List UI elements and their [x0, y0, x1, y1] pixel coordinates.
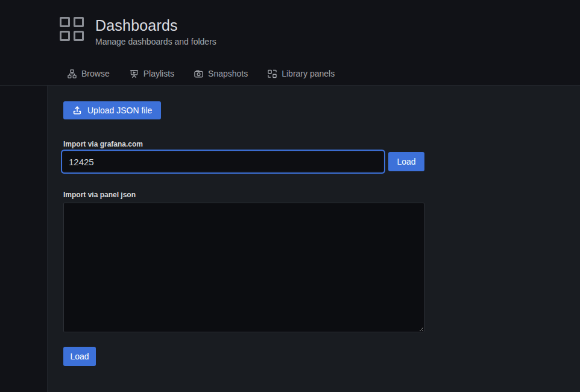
tab-bar: Browse Playlists Snapshots [0, 62, 580, 86]
gcom-field-label: Import via grafana.com [63, 140, 564, 148]
header-text: Dashboards Manage dashboards and folders [95, 16, 216, 46]
panel-json-load-button[interactable]: Load [63, 347, 96, 366]
tab-browse[interactable]: Browse [68, 69, 110, 78]
panel-json-textarea[interactable] [63, 203, 424, 332]
upload-json-file-button[interactable]: Upload JSON file [63, 101, 161, 119]
page-header: Dashboards Manage dashboards and folders [60, 16, 216, 46]
gcom-id-input[interactable] [63, 152, 383, 171]
tab-snapshots[interactable]: Snapshots [194, 69, 248, 78]
import-content-panel: Upload JSON file Import via grafana.com … [47, 86, 580, 392]
tab-playlists[interactable]: Playlists [130, 69, 174, 78]
page-subtitle: Manage dashboards and folders [95, 37, 216, 46]
upload-icon [72, 106, 82, 115]
library-panels-icon [268, 69, 277, 78]
tab-library-panels[interactable]: Library panels [268, 69, 335, 78]
tab-label: Browse [81, 69, 110, 78]
dashboards-grid-icon [60, 17, 84, 41]
page-title: Dashboards [95, 16, 216, 34]
gcom-input-row: Load [63, 152, 564, 171]
sitemap-icon [68, 69, 77, 78]
presentation-icon [130, 69, 139, 78]
grafana-import-page: Dashboards Manage dashboards and folders… [0, 0, 580, 392]
tab-label: Library panels [282, 69, 335, 78]
tab-label: Playlists [143, 69, 174, 78]
tab-label: Snapshots [208, 69, 248, 78]
camera-icon [194, 69, 203, 78]
panel-json-field-label: Import via panel json [63, 191, 564, 199]
upload-button-label: Upload JSON file [87, 106, 152, 115]
import-panel-json-section: Import via panel json [63, 191, 564, 332]
import-gcom-section: Import via grafana.com Load [63, 140, 564, 171]
gcom-load-button[interactable]: Load [388, 152, 424, 171]
